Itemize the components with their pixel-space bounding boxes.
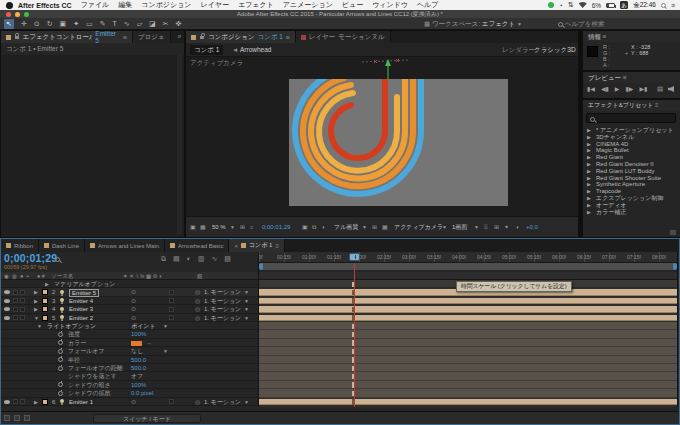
property-row[interactable]: カラー→ [1, 339, 259, 347]
property-group-row[interactable]: ▼ライトオプションポイント▼ [1, 322, 259, 330]
parent-value[interactable]: 1. モーション [204, 305, 241, 313]
puppet-pin-tool-icon[interactable]: ✜ [176, 19, 182, 29]
expand-triangle-icon[interactable]: ▶ [34, 398, 38, 406]
property-row[interactable]: フォールオフの距離500.0 [1, 364, 259, 372]
pan-behind-tool-icon[interactable]: ✦ [73, 19, 79, 29]
clone-stamp-tool-icon[interactable]: ▱ [137, 19, 142, 29]
color-property-swatch[interactable] [131, 341, 142, 346]
track-row[interactable] [259, 314, 677, 322]
preset-category[interactable]: ▶エクスプレッション制御 [583, 195, 680, 202]
chevron-down-icon[interactable]: ▼ [474, 217, 479, 238]
layer-name[interactable]: Emitter 3 [69, 305, 93, 313]
property-label[interactable]: シャドウの拡散 [68, 389, 111, 397]
camera-view-value[interactable]: アクティブカメラ [394, 217, 443, 238]
layer-duration-bar[interactable] [259, 399, 677, 405]
chevron-down-icon[interactable]: ▼ [163, 347, 168, 355]
menu-4[interactable]: レイヤー [201, 0, 230, 10]
close-tab-icon[interactable]: × [234, 243, 238, 249]
expand-triangle-icon[interactable]: ▶ [587, 195, 591, 202]
fx-switch-icon[interactable]: ⊙ [131, 288, 136, 296]
audio-cell[interactable] [13, 290, 18, 295]
pixel-aspect-icon[interactable]: ⍂ [484, 217, 488, 238]
expand-triangle-icon[interactable]: ▶ [587, 141, 591, 148]
exposure-icon[interactable]: ◐ [516, 217, 520, 238]
eye-icon[interactable] [4, 400, 10, 404]
expand-triangle-icon[interactable]: ▶ [34, 297, 38, 305]
label-color-swatch[interactable] [42, 306, 48, 312]
audio-cell[interactable] [13, 399, 18, 404]
fast-previews-icon[interactable]: ⊞ [494, 217, 499, 238]
layer-duration-bar[interactable] [259, 298, 677, 304]
chevron-down-icon[interactable]: ▼ [244, 288, 249, 296]
preset-category[interactable]: ▶Red Giant LUT Buddy [583, 168, 680, 175]
effects-search-input[interactable] [586, 113, 676, 123]
comp-mini-flowchart-icon[interactable]: ⧉ [161, 255, 166, 263]
first-frame-icon[interactable]: ▮◀ [587, 85, 595, 92]
fx-switch-icon[interactable]: ⊙ [131, 297, 136, 305]
panel-menu-icon[interactable]: ≡ [623, 74, 627, 81]
status-green-icon[interactable] [548, 2, 554, 8]
menu-7[interactable]: ビュー [342, 0, 363, 10]
comp-nav-chip[interactable]: コンポ 1 [190, 45, 223, 55]
eraser-tool-icon[interactable]: ◪ [149, 19, 156, 29]
pen-tool-icon[interactable]: ✎ [100, 19, 106, 29]
expand-triangle-icon[interactable]: ▶ [587, 127, 591, 134]
region-of-interest-icon[interactable]: ⊞ [372, 217, 377, 238]
fx-switch-icon[interactable]: ⊙ [131, 398, 136, 406]
preset-category[interactable]: ▶CINEMA 4D [583, 141, 680, 148]
expand-triangle-icon[interactable]: ▶ [587, 202, 591, 209]
panel-menu-icon[interactable]: ≡ [275, 243, 279, 249]
tab-arrowhead-basic[interactable]: Arrowhead Basic [165, 239, 229, 252]
property-value[interactable]: 0.0 pixel [131, 389, 153, 397]
preset-category[interactable]: ▶Synthetic Aperture [583, 181, 680, 188]
lock-cell[interactable] [20, 307, 25, 312]
current-timecode[interactable]: 0;00;01;29 [4, 252, 57, 264]
new-folder-icon[interactable] [670, 230, 676, 235]
orbit-camera-tool-icon[interactable]: ↻ [47, 19, 53, 29]
comp-nav-item[interactable]: Arrowhead [240, 43, 271, 57]
expand-triangle-icon[interactable]: ▶ [45, 280, 49, 288]
track-row[interactable] [259, 297, 677, 305]
hide-shy-layers-icon[interactable]: ◐ [187, 255, 191, 263]
layer-name[interactable]: Emitter 1 [69, 398, 93, 406]
eye-icon[interactable] [4, 316, 10, 320]
motion-blur-cell[interactable] [169, 399, 174, 404]
motion-blur-icon[interactable]: ∿ [211, 255, 217, 263]
show-snapshot-icon[interactable]: ▦ [200, 217, 206, 238]
expand-triangle-icon[interactable]: ▶ [587, 134, 591, 141]
play-icon[interactable]: ▶ [615, 85, 620, 92]
input-method-icon[interactable]: あ [620, 1, 628, 9]
stopwatch-icon[interactable] [58, 332, 63, 337]
tab-ribbon[interactable]: Ribbon [1, 239, 39, 252]
switches-mode-button[interactable]: スイッチ / モード [93, 414, 201, 423]
lock-cell[interactable] [20, 315, 25, 320]
tab-effect-controls[interactable]: エフェクトコントロール Emitter 5 ≡ [1, 31, 133, 43]
preset-category[interactable]: ▶Red Giant [583, 154, 680, 161]
eye-icon[interactable] [4, 290, 10, 294]
preset-category[interactable]: ▶Magic Bullet [583, 147, 680, 154]
property-value[interactable]: 100% [131, 330, 146, 338]
selection-tool-icon[interactable]: ↖ [4, 19, 14, 29]
mask-visibility-icon[interactable]: ⌗ [250, 217, 253, 238]
chevron-down-icon[interactable]: ▼ [244, 305, 249, 313]
property-value[interactable]: 500.0 [131, 356, 146, 364]
shape-tool-icon[interactable]: ▭ [86, 19, 93, 29]
motion-blur-cell[interactable] [169, 298, 174, 303]
chevron-down-icon[interactable]: ▼ [442, 217, 447, 238]
apple-menu-icon[interactable] [6, 2, 13, 9]
timeline-search-icon[interactable] [55, 257, 60, 262]
timeline-track-area[interactable] [259, 280, 677, 407]
timeline-flowchart-icon[interactable]: ✦ [504, 217, 509, 238]
preset-category[interactable]: ▶* アニメーションプリセット [583, 127, 680, 134]
preset-category[interactable]: ▶3Dチャンネル [583, 134, 680, 141]
hand-tool-icon[interactable]: ✛ [21, 19, 27, 29]
property-label[interactable]: フォールオフの距離 [68, 364, 123, 372]
track-row[interactable] [259, 372, 677, 380]
updown-arrows-icon[interactable]: ⇅ [568, 1, 574, 9]
preset-category[interactable]: ▶Red Giant Shooter Suite [583, 175, 680, 182]
chevron-down-icon[interactable]: ▼ [163, 322, 168, 330]
tab-composition[interactable]: コンポジション コンポ 1 ≡ [186, 31, 296, 43]
parent-pickwhip-icon[interactable]: ◎ [195, 297, 200, 305]
track-row[interactable] [259, 356, 677, 364]
view-layout-value[interactable]: 1画面 [452, 217, 467, 238]
